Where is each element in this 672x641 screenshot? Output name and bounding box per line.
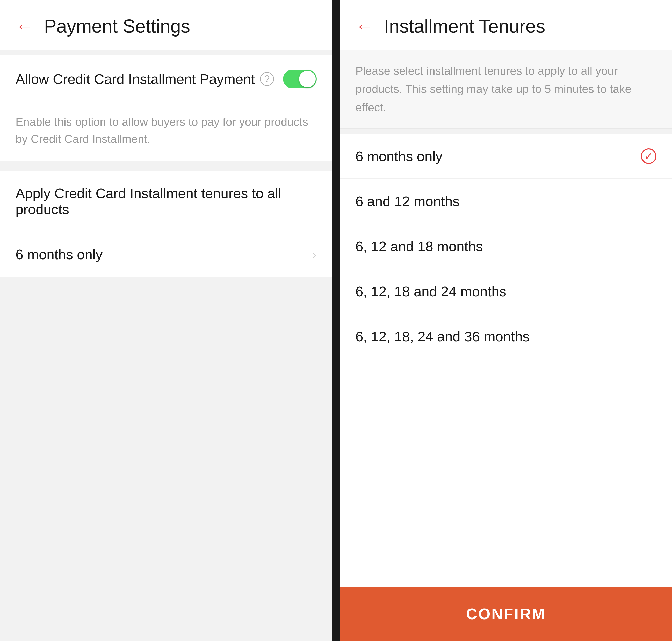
apply-label: Apply Credit Card Installment tenures to… [15,185,317,217]
info-text: Please select installment tenures to app… [356,62,657,117]
chevron-right-icon: › [312,246,317,262]
tenure-item-label: 6, 12, 18 and 24 months [356,283,506,299]
payment-settings-panel: ← Payment Settings Allow Credit Card Ins… [0,0,332,641]
tenure-item-label: 6, 12 and 18 months [356,238,483,254]
tenure-item[interactable]: 6 and 12 months [340,179,672,224]
toggle-label: Allow Credit Card Installment Payment ? [15,71,274,87]
toggle-section-card: Allow Credit Card Installment Payment ? … [0,55,332,161]
info-box: Please select installment tenures to app… [340,50,672,129]
toggle-description: Enable this option to allow buyers to pa… [0,103,332,161]
tenure-item[interactable]: 6 months only✓ [340,134,672,179]
tenure-item-label: 6 months only [356,148,442,164]
selected-check-icon: ✓ [641,148,657,164]
page-title: Payment Settings [44,15,190,37]
tenure-setting-row[interactable]: 6 months only › [0,232,332,277]
panel-divider [332,0,340,641]
installment-tenures-header: ← Installment Tenures [340,0,672,50]
tenure-item-label: 6, 12, 18, 24 and 36 months [356,328,530,344]
mid-divider [0,166,332,171]
tenure-item-label: 6 and 12 months [356,193,460,209]
tenure-list: 6 months only✓6 and 12 months6, 12 and 1… [340,134,672,587]
tenure-item[interactable]: 6, 12, 18 and 24 months [340,269,672,314]
tenure-value: 6 months only [15,246,102,262]
toggle-switch[interactable] [283,70,317,88]
toggle-text: Allow Credit Card Installment Payment [15,71,255,87]
apply-section: Apply Credit Card Installment tenures to… [0,171,332,232]
installment-page-title: Installment Tenures [384,15,545,37]
help-icon[interactable]: ? [260,72,274,86]
back-arrow-icon[interactable]: ← [15,17,34,35]
payment-settings-header: ← Payment Settings [0,0,332,50]
right-panel-body: Please select installment tenures to app… [340,50,672,641]
back-arrow-right-icon[interactable]: ← [356,17,374,35]
top-divider [0,50,332,55]
tenure-item[interactable]: 6, 12, 18, 24 and 36 months [340,314,672,359]
tenure-item[interactable]: 6, 12 and 18 months [340,224,672,269]
toggle-row: Allow Credit Card Installment Payment ? [0,55,332,103]
confirm-button[interactable]: CONFIRM [340,587,672,641]
installment-tenures-panel: ← Installment Tenures Please select inst… [340,0,672,641]
